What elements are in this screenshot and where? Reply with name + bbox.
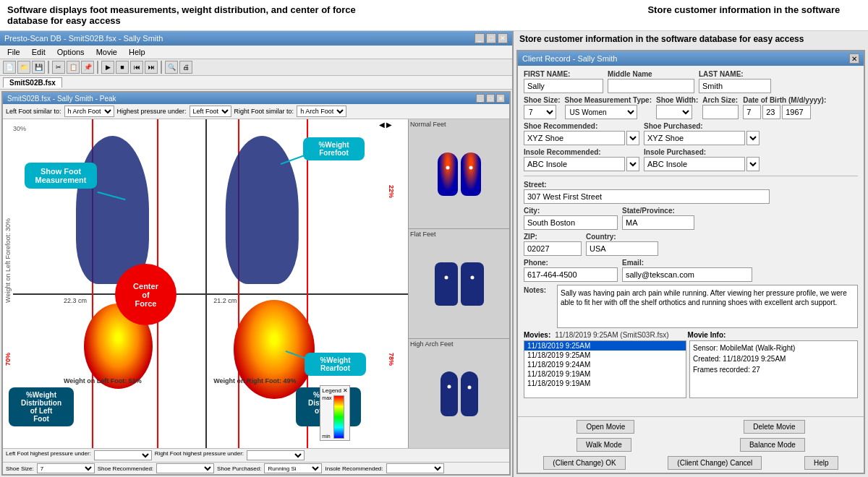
right-foot-select[interactable]: h Arch Foot <box>297 106 346 117</box>
tb-prev[interactable]: ⏮ <box>130 61 143 74</box>
movie-item-0[interactable]: 11/18/2019 9:25AM <box>524 341 686 351</box>
tb-save[interactable]: 💾 <box>32 61 45 74</box>
weight-left-heel-label: 70% <box>4 353 12 366</box>
nav-arrows: ◀ ▶ <box>379 121 392 129</box>
shoe-size-bottom-label: Shoe Size: <box>6 465 34 472</box>
right-highest-select[interactable] <box>247 450 305 460</box>
foot-bottom-controls-2: Shoe Size: 7 Shoe Recommended: Shoe Purc… <box>3 462 509 474</box>
minimize-button[interactable]: _ <box>475 33 485 43</box>
tb-new[interactable]: 📄 <box>3 61 16 74</box>
movie-item-4[interactable]: 11/18/2019 9:19AM <box>524 379 686 388</box>
movie-sensor: Sensor: MobileMat (Walk-Right) <box>693 344 854 352</box>
cancel-button[interactable]: (Client Change) Cancel <box>668 456 762 470</box>
shoe-purch-input[interactable] <box>644 131 745 145</box>
inner-minimize[interactable]: _ <box>476 94 485 103</box>
tb-stop[interactable]: ■ <box>116 61 129 74</box>
movie-item-1[interactable]: 11/18/2019 9:25AM <box>524 351 686 360</box>
shoe-purch-dropdown[interactable]: ▼ <box>746 131 760 145</box>
shoe-width-select[interactable] <box>656 105 692 119</box>
state-input[interactable] <box>622 215 694 230</box>
foot-bottom-controls-1: Left Foot highest pressure under: Right … <box>3 448 509 462</box>
toolbar: 📄 📁 💾 ✂ 📋 📌 ▶ ■ ⏮ ⏭ 🔍 🖨 <box>0 59 512 76</box>
inner-window-controls[interactable]: _ □ ✕ <box>476 94 505 103</box>
shoe-measurement-select[interactable]: US Women <box>565 105 637 119</box>
tb-zoom[interactable]: 🔍 <box>165 61 178 74</box>
balance-mode-button[interactable]: Balance Mode <box>740 438 805 452</box>
left-foot-select[interactable]: h Arch Foot <box>64 106 114 117</box>
dialog-close-button[interactable]: ✕ <box>849 53 859 64</box>
dob-year-input[interactable] <box>782 105 811 119</box>
shoe-size-bottom-select[interactable]: 7 <box>37 463 95 473</box>
dob-month-input[interactable] <box>743 105 761 119</box>
middle-name-input[interactable] <box>608 79 694 93</box>
tb-cut[interactable]: ✂ <box>52 61 65 74</box>
weight-rearfoot-bubble[interactable]: %WeightRearfoot <box>305 353 366 376</box>
shoe-size-select[interactable]: 7 <box>524 105 556 119</box>
delete-movie-button[interactable]: Delete Movie <box>744 420 804 434</box>
pressure-select[interactable]: Left Foot <box>190 106 231 117</box>
dob-group: Date of Birth (M/d/yyyy): <box>743 96 826 119</box>
weight-dist-left-bubble[interactable]: %WeightDistributionof LeftFoot <box>9 387 74 426</box>
street-input[interactable] <box>524 189 770 204</box>
ok-button[interactable]: (Client Change) OK <box>543 456 625 470</box>
window-controls[interactable]: _ □ ✕ <box>475 33 508 43</box>
tb-next[interactable]: ⏭ <box>145 61 158 74</box>
weight-left-foot-label: Weight on Left Foot: 51% <box>64 377 142 384</box>
last-name-label: LAST NAME: <box>699 70 771 78</box>
shoe-purch-bottom-select[interactable]: Running Si <box>264 463 322 473</box>
insole-rec-dropdown[interactable]: ▼ <box>626 157 639 171</box>
menu-options[interactable]: Options <box>51 46 90 58</box>
inner-maximize[interactable]: □ <box>486 94 495 103</box>
shoe-rec-dropdown[interactable]: ▼ <box>626 131 639 145</box>
shoe-rec-input[interactable] <box>524 131 625 145</box>
tb-paste[interactable]: 📌 <box>81 61 94 74</box>
tb-play[interactable]: ▶ <box>101 61 114 74</box>
nav-right-icon[interactable]: ▶ <box>386 121 392 129</box>
menu-movie[interactable]: Movie <box>90 46 123 58</box>
menu-file[interactable]: File <box>1 46 26 58</box>
movie-item-2[interactable]: 11/18/2019 9:24AM <box>524 360 686 369</box>
nav-left-icon[interactable]: ◀ <box>379 121 385 129</box>
insole-purch-dropdown[interactable]: ▼ <box>746 157 760 171</box>
shoe-rec-bottom-select[interactable] <box>156 463 214 473</box>
last-name-input[interactable] <box>699 79 771 93</box>
notes-textarea[interactable]: Sally was having pain arch pain while ru… <box>557 285 858 328</box>
left-highest-select[interactable] <box>94 450 152 460</box>
inner-close[interactable]: ✕ <box>496 94 505 103</box>
dialog-buttons: Open Movie Delete Movie Walk Mode Balanc… <box>518 416 864 473</box>
high-arch-label: High Arch Feet <box>410 340 454 348</box>
vertical-center-line <box>205 119 207 448</box>
country-input[interactable] <box>586 241 658 256</box>
dialog-body: FIRST NAME: Middle Name LAST NAME: <box>518 66 864 416</box>
insole-purch-input[interactable] <box>644 157 745 171</box>
maximize-button[interactable]: □ <box>486 33 496 43</box>
tb-copy[interactable]: 📋 <box>67 61 80 74</box>
weight-forefoot-bubble[interactable]: %WeightForefoot <box>303 137 365 160</box>
arch-size-input[interactable] <box>702 105 739 119</box>
menu-edit[interactable]: Edit <box>26 46 51 58</box>
show-foot-bubble[interactable]: Show FootMeasurement <box>25 163 97 189</box>
walk-mode-button[interactable]: Walk Mode <box>576 438 631 452</box>
movie-item-3[interactable]: 11/18/2019 9:19AM <box>524 369 686 379</box>
phone-input[interactable] <box>524 267 618 282</box>
show-foot-text: Show FootMeasurement <box>35 167 87 184</box>
tb-print[interactable]: 🖨 <box>179 61 192 74</box>
tb-open[interactable]: 📁 <box>17 61 30 74</box>
legend-close-icon[interactable]: ✕ <box>343 387 348 394</box>
open-movie-button[interactable]: Open Movie <box>576 420 634 434</box>
right-highest-label: Right Foot highest pressure under: <box>155 450 244 460</box>
zip-input[interactable] <box>524 241 582 256</box>
insole-rec-input[interactable] <box>524 157 625 171</box>
insole-bottom-select[interactable] <box>386 463 444 473</box>
menu-help[interactable]: Help <box>123 46 151 58</box>
dob-day-input[interactable] <box>762 105 780 119</box>
shoe-rec-label: Shoe Recommended: <box>524 122 639 130</box>
email-input[interactable] <box>622 267 752 282</box>
first-name-input[interactable] <box>524 79 603 93</box>
help-button[interactable]: Help <box>804 456 838 470</box>
tab-smits02b[interactable]: SmitS02B.fsx <box>3 77 62 87</box>
center-force-bubble[interactable]: CenterofForce <box>115 264 176 325</box>
movies-list[interactable]: 11/18/2019 9:25AM 11/18/2019 9:25AM 11/1… <box>524 340 686 398</box>
city-input[interactable] <box>524 215 618 230</box>
close-button[interactable]: ✕ <box>498 33 508 43</box>
